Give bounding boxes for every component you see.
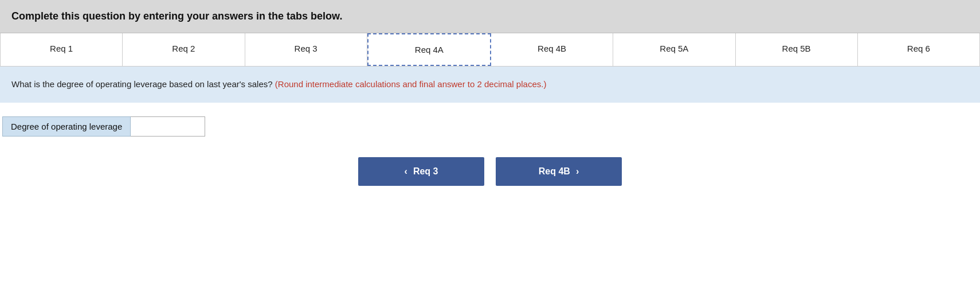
input-row: Degree of operating leverage [0,116,980,137]
prev-icon: ‹ [405,166,407,177]
question-note-text: (Round intermediate calculations and fin… [273,79,547,89]
next-label: Req 4B [539,166,570,177]
instruction-text: Complete this question by entering your … [11,10,342,22]
tab-req4a[interactable]: Req 4A [367,33,491,66]
question-area: What is the degree of operating leverage… [0,67,980,103]
tab-req5b[interactable]: Req 5B [736,33,858,66]
tab-req1[interactable]: Req 1 [1,33,123,66]
nav-buttons: ‹ Req 3 Req 4B › [0,157,980,203]
prev-label: Req 3 [413,166,438,177]
next-icon: › [576,166,579,177]
tab-req4b[interactable]: Req 4B [491,33,613,66]
tab-req3[interactable]: Req 3 [245,33,367,66]
tab-req6[interactable]: Req 6 [858,33,979,66]
tab-req2[interactable]: Req 2 [123,33,245,66]
prev-button[interactable]: ‹ Req 3 [358,157,484,186]
tab-req5a[interactable]: Req 5A [613,33,735,66]
degree-input[interactable] [131,116,205,137]
header-bar: Complete this question by entering your … [0,0,980,33]
question-main-text: What is the degree of operating leverage… [11,79,273,89]
degree-label: Degree of operating leverage [2,116,131,137]
tabs-container: Req 1 Req 2 Req 3 Req 4A Req 4B Req 5A R… [0,33,980,67]
next-button[interactable]: Req 4B › [496,157,622,186]
